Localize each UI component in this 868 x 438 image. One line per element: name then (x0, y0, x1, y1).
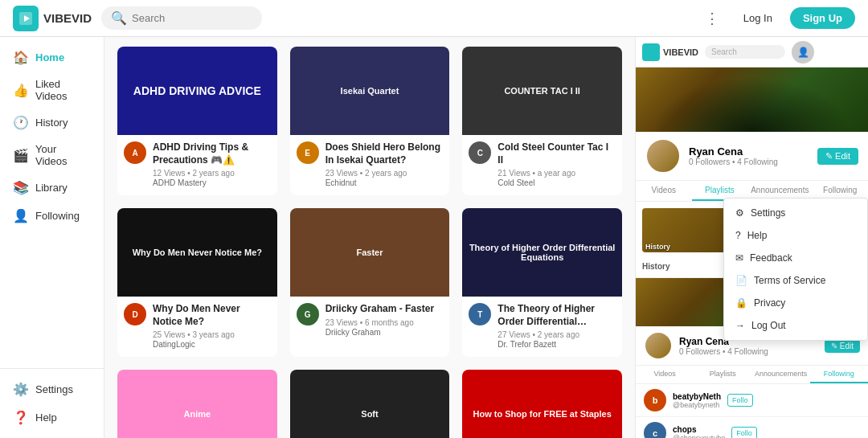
sidebar-label-settings: Settings (35, 383, 73, 395)
dropdown-icon: 🔒 (735, 297, 747, 309)
your-videos-icon: 🎬 (13, 148, 27, 163)
video-title: Does Shield Hero Belong In Isekai Quarte… (326, 141, 444, 166)
tab2-playlists[interactable]: Playlists (694, 366, 751, 383)
channel-name: Cold Steel (497, 178, 616, 187)
channel-name: ADHD Mastery (153, 178, 271, 187)
mini-search[interactable]: Search (705, 45, 785, 59)
video-card[interactable]: How to Shop for FREE at Staples D ★ How … (462, 370, 622, 438)
search-icon: 🔍 (111, 10, 127, 26)
sidebar-item-help[interactable]: ❓Help (0, 403, 104, 432)
video-details: Does Shield Hero Belong In Isekai Quarte… (326, 141, 444, 187)
video-details: Why Do Men Never Notice Me? 25 Views • 3… (153, 303, 271, 349)
signup-button[interactable]: Sign Up (790, 7, 855, 29)
mini-avatar: 👤 (792, 41, 814, 63)
sidebar-label-library: Library (35, 182, 68, 194)
sidebar-label-history: History (35, 117, 68, 129)
edit-profile-button-2[interactable]: ✎ Edit (825, 339, 860, 353)
following-handle: @chopsyoutube (673, 434, 725, 439)
dropdown-item-help[interactable]: ?Help (724, 224, 867, 247)
sidebar-item-history[interactable]: 🕐History (0, 108, 104, 137)
video-card[interactable]: Soft G Driicky Graham - "Soft" 15 Views … (290, 370, 450, 438)
mini-logo-icon (642, 43, 660, 61)
cave-banner-image (636, 68, 868, 132)
search-input[interactable] (132, 12, 252, 24)
tab2-announcements[interactable]: Announcements (752, 366, 810, 383)
channel-avatar: G (297, 303, 319, 325)
video-meta: 25 Views • 3 years ago (153, 330, 271, 339)
sidebar-item-settings[interactable]: ⚙️Settings (0, 375, 104, 403)
dropdown-label: Terms of Service (754, 275, 825, 286)
video-title: ADHD Driving Tips & Precautions 🎮⚠️ (153, 141, 271, 166)
profile-info: Ryan Cena 0 Followers • 4 Following (689, 145, 778, 166)
video-card[interactable]: COUNTER TAC I II C Cold Steel Counter Ta… (462, 47, 622, 195)
video-title: Why Do Men Never Notice Me? (153, 303, 271, 328)
channel-avatar: C (469, 141, 491, 164)
mini-logo-text: VIBEVID (663, 47, 698, 57)
profile-followers-2: 0 Followers • 4 Following (679, 347, 768, 356)
channel-name: Dr. Trefor Bazett (497, 340, 616, 349)
sidebar-label-home: Home (35, 51, 64, 63)
video-thumbnail: Isekai Quartet (290, 47, 450, 135)
video-card[interactable]: ADHD DRIVING ADVICE A ADHD Driving Tips … (117, 47, 277, 195)
video-card[interactable]: Anime A How to "Legally" Watch... 18 Vie… (117, 370, 277, 438)
video-thumbnail: ADHD DRIVING ADVICE (117, 47, 277, 135)
video-grid: ADHD DRIVING ADVICE A ADHD Driving Tips … (117, 47, 622, 438)
video-card[interactable]: Theory of Higher Order Differential Equa… (462, 208, 622, 357)
tab2-following[interactable]: Following (810, 366, 868, 383)
channel-name: Echidnut (326, 178, 444, 187)
video-info: G Driicky Graham - Faster 23 Views • 6 m… (290, 297, 450, 345)
sidebar-bottom: ⚙️Settings❓Help (0, 368, 104, 432)
dropdown-item-log-out[interactable]: →Log Out (724, 314, 867, 337)
channel-avatar: D (124, 303, 146, 325)
settings-icon: ⚙️ (13, 382, 27, 397)
mini-logo: VIBEVID (642, 43, 698, 61)
sidebar-label-your-videos: Your Videos (35, 143, 91, 167)
sidebar-item-liked[interactable]: 👍Liked Videos (0, 72, 104, 108)
dropdown-item-settings[interactable]: ⚙Settings (724, 202, 867, 224)
dropdown-item-terms-of-service[interactable]: 📄Terms of Service (724, 269, 867, 292)
dropdown-item-privacy[interactable]: 🔒Privacy (724, 292, 867, 314)
video-card[interactable]: Isekai Quartet E Does Shield Hero Belong… (290, 47, 450, 195)
right-panel: VIBEVID Search 👤 Ryan Cena 0 Followers •… (635, 37, 868, 438)
more-options-button[interactable]: ⋮ (698, 6, 726, 31)
following-avatar: c (644, 422, 666, 438)
video-card[interactable]: Why Do Men Never Notice Me? D Why Do Men… (117, 208, 277, 357)
sidebar-label-following: Following (35, 210, 80, 222)
video-thumbnail: Soft (290, 370, 450, 438)
sidebar-item-home[interactable]: 🏠Home (0, 43, 104, 72)
video-meta: 23 Views • 6 months ago (326, 318, 444, 327)
home-icon: 🏠 (13, 50, 27, 65)
dropdown-item-feedback[interactable]: ✉Feedback (724, 247, 867, 269)
channel-name: DatingLogic (153, 340, 271, 349)
search-bar[interactable]: 🔍 (101, 6, 262, 30)
edit-profile-button[interactable]: ✎ Edit (817, 148, 858, 165)
dropdown-label: Feedback (750, 252, 792, 264)
sidebar-label-liked: Liked Videos (35, 78, 91, 102)
dropdown-icon: ? (735, 230, 741, 241)
sidebar-item-library[interactable]: 📚Library (0, 174, 104, 202)
tab2-videos[interactable]: Videos (636, 366, 694, 383)
profile-followers: 0 Followers • 4 Following (689, 158, 778, 166)
sidebar-item-your-videos[interactable]: 🎬Your Videos (0, 137, 104, 174)
video-details: Driicky Graham - Faster 23 Views • 6 mon… (326, 303, 444, 337)
video-thumbnail: Why Do Men Never Notice Me? (117, 208, 277, 297)
profile-name: Ryan Cena (689, 145, 778, 158)
follow-button[interactable]: Follo (731, 427, 757, 438)
profile-tabs-2: VideosPlaylistsAnnouncementsFollowing (636, 366, 868, 384)
profile-avatar-2 (644, 331, 673, 360)
video-thumbnail: How to Shop for FREE at Staples (462, 370, 622, 438)
video-meta: 12 Views • 2 years ago (153, 169, 271, 178)
video-card[interactable]: Faster G Driicky Graham - Faster 23 View… (290, 208, 450, 357)
video-info: A ADHD Driving Tips & Precautions 🎮⚠️ 12… (117, 135, 277, 195)
dropdown-label: Settings (751, 207, 785, 219)
follow-button[interactable]: Follo (727, 394, 753, 407)
channel-avatar: E (297, 141, 319, 164)
tab-videos[interactable]: Videos (636, 181, 692, 201)
video-thumbnail: Theory of Higher Order Differential Equa… (462, 208, 622, 297)
sidebar-label-help: Help (35, 411, 57, 424)
dropdown-label: Log Out (751, 320, 786, 331)
dropdown-menu: ⚙Settings?Help✉Feedback📄Terms of Service… (723, 198, 868, 341)
video-thumbnail: Faster (290, 208, 450, 297)
login-button[interactable]: Log In (735, 9, 780, 27)
sidebar-item-following[interactable]: 👤Following (0, 202, 104, 230)
